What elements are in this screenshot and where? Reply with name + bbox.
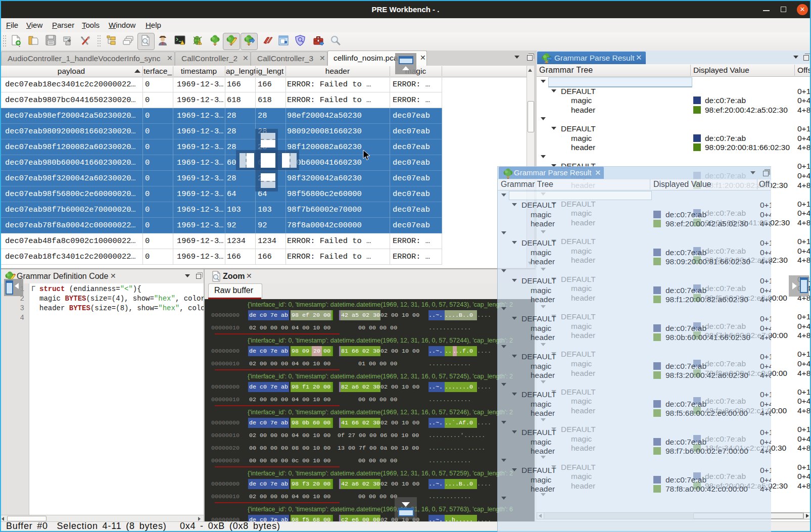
svg-text:!: !	[184, 41, 185, 45]
svg-text:!: !	[199, 41, 200, 45]
